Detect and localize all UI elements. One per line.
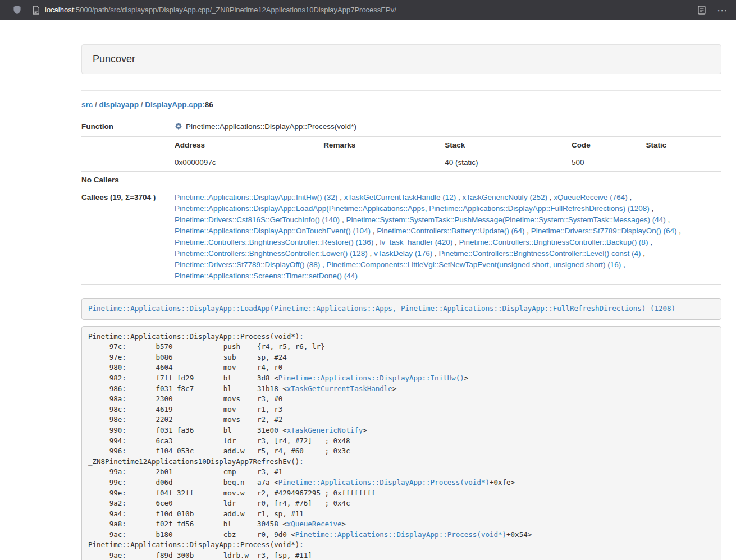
stats-row: Address Remarks Stack Code Static 0x0000… [81,137,721,172]
breadcrumb-separator: / [93,100,99,109]
callee-link[interactable]: Pinetime::Applications::DisplayApp::Load… [175,204,650,213]
disassembly-symbol-link[interactable]: Pinetime::Applications::DisplayApp::Init… [278,374,464,382]
disassembly-line: 9a4: f10d 010b add.w r1, sp, #11 [88,509,715,520]
callees-line: Pinetime::Applications::DisplayApp::Init… [175,192,717,203]
breadcrumb-line-number: 86 [205,100,213,109]
remarks-value [319,154,440,172]
col-header-static: Static [642,137,721,154]
symbol-table: Function Pinetime::Applications::Display… [81,118,721,285]
tracking-protection-shield-icon[interactable] [13,5,21,15]
col-header-code: Code [567,137,642,154]
page-info-icon[interactable] [33,6,40,15]
function-row: Function Pinetime::Applications::Display… [81,118,721,137]
divider [81,90,721,91]
disassembly-line: _ZN8Pinetime12Applications10DisplayApp7R… [88,457,715,467]
disassembly-line: 986: f031 f8c7 bl 31b18 <xTaskGetCurrent… [88,384,715,394]
callees-line: Pinetime::Drivers::Cst816S::GetTouchInfo… [175,214,717,226]
disassembly-symbol-link[interactable]: Pinetime::Applications::DisplayApp::Proc… [278,478,490,486]
callee-link[interactable]: Pinetime::Applications::Screens::Timer::… [175,272,358,280]
stats-table: Address Remarks Stack Code Static 0x0000… [170,137,721,171]
callees-list: Pinetime::Applications::DisplayApp::Init… [175,192,717,282]
disassembly-line: 98e: 2202 movs r2, #2 [88,415,715,425]
breadcrumb-link[interactable]: displayapp [99,100,139,109]
callees-line: Pinetime::Applications::Screens::Timer::… [175,270,717,282]
disassembly-line: Pinetime::Applications::DisplayApp::Proc… [88,332,715,342]
disassembly-line: 98a: 2300 movs r3, #0 [88,394,715,405]
disassembly-line: 9ae: f89d 300b ldrb.w r3, [sp, #11] [88,550,715,560]
callees-line: Pinetime::Applications::DisplayApp::Load… [175,203,717,214]
callee-link[interactable]: vTaskDelay (176) [374,249,432,258]
disassembly-symbol-link[interactable]: xTaskGenericNotify [287,426,363,434]
breadcrumb: src / displayapp / DisplayApp.cpp:86 [81,99,721,111]
callee-link[interactable]: Pinetime::Controllers::BrightnessControl… [438,249,641,258]
callees-label: Callees (19, Σ=3704 ) [81,189,170,285]
callee-link[interactable]: Pinetime::Applications::DisplayApp::OnTo… [175,227,371,235]
reader-mode-icon[interactable] [698,6,706,15]
callee-link[interactable]: Pinetime::Controllers::BrightnessControl… [175,249,368,258]
disassembly-line: 9a8: f02f fd56 bl 30458 <xQueueReceive> [88,519,715,530]
stats-row-label [81,137,170,172]
disassembly-line: 97c: b570 push {r4, r5, r6, lr} [88,342,715,352]
callee-link[interactable]: Pinetime::Controllers::BrightnessControl… [175,238,373,246]
disassembly-line: 994: 6ca3 ldr r3, [r4, #72] ; 0x48 [88,436,715,447]
static-value [642,154,721,172]
disassembly-line: 97e: b086 sub sp, #24 [88,352,715,363]
url-host: localhost [45,6,74,14]
app-header-panel: Puncover [81,44,721,74]
breadcrumb-link[interactable]: DisplayApp.cpp: [145,100,205,109]
disassembly-line: 98c: 4619 mov r1, r3 [88,405,715,415]
callee-link[interactable]: Pinetime::Components::LittleVgl::SetNewT… [327,260,621,269]
url-bar[interactable]: localhost:5000/path/src/displayapp/Displ… [45,6,396,14]
callee-link[interactable]: xTaskGenericNotify (252) [463,193,548,201]
callee-link[interactable]: xTaskGetCurrentTaskHandle (12) [344,193,456,201]
callee-link[interactable]: Pinetime::Drivers::Cst816S::GetTouchInfo… [175,215,340,224]
col-header-remarks: Remarks [319,137,440,154]
disassembly-line: 982: f7ff fd29 bl 3d8 <Pinetime::Applica… [88,373,715,384]
function-name: Pinetime::Applications::DisplayApp::Proc… [186,122,356,131]
callee-link[interactable]: lv_task_handler (420) [380,238,452,246]
address-value: 0x0000097c [170,154,319,172]
callee-link[interactable]: Pinetime::System::SystemTask::PushMessag… [346,215,665,224]
loadapp-symbol-link[interactable]: Pinetime::Applications::DisplayApp::Load… [88,304,675,313]
callees-line: Pinetime::Drivers::St7789::DisplayOff() … [175,259,717,270]
function-type-icon [175,122,182,134]
function-label: Function [81,118,170,137]
col-header-address: Address [170,137,319,154]
disassembly-line: 99a: 2b01 cmp r3, #1 [88,467,715,478]
callee-link[interactable]: Pinetime::Controllers::Battery::Update()… [377,227,524,235]
disassembly-line: 99c: d06d beq.n a7a <Pinetime::Applicati… [88,478,715,488]
breadcrumb-separator: / [139,100,145,109]
callees-line: Pinetime::Applications::DisplayApp::OnTo… [175,226,717,237]
disassembly-line: 99e: f04f 32ff mov.w r2, #4294967295 ; 0… [88,488,715,499]
app-title: Puncover [93,53,135,65]
disassembly-line: Pinetime::Applications::DisplayApp::Proc… [88,540,715,550]
disassembly-symbol-link[interactable]: xQueueReceive [287,520,342,528]
callees-line: Pinetime::Controllers::BrightnessControl… [175,237,717,248]
col-header-stack: Stack [440,137,567,154]
disassembly-line: 980: 4604 mov r4, r0 [88,362,715,373]
callees-line: Pinetime::Controllers::BrightnessControl… [175,248,717,259]
callee-link[interactable]: Pinetime::Drivers::St7789::DisplayOff() … [175,260,320,269]
code-value: 500 [567,154,642,172]
no-callers-label: No Callers [81,172,170,189]
disassembly-line: 996: f104 053c add.w r5, r4, #60 ; 0x3c [88,446,715,457]
callee-link[interactable]: Pinetime::Applications::DisplayApp::Init… [175,193,337,201]
browser-toolbar: localhost:5000/path/src/displayapp/Displ… [0,0,736,20]
callees-row: Callees (19, Σ=3704 ) Pinetime::Applicat… [81,189,721,285]
no-callers-row: No Callers [81,172,721,189]
snippet-box: Pinetime::Applications::DisplayApp::Load… [81,298,721,320]
callee-link[interactable]: Pinetime::Controllers::BrightnessControl… [459,238,648,246]
stack-value: 40 (static) [440,154,567,172]
disassembly-line: 9a2: 6ce0 ldr r0, [r4, #76] ; 0x4c [88,498,715,509]
disassembly-line: 990: f031 fa36 bl 31e00 <xTaskGenericNot… [88,425,715,436]
stats-header-row: Address Remarks Stack Code Static [170,137,721,154]
page-content: Puncover src / displayapp / DisplayApp.c… [81,20,721,560]
callee-link[interactable]: Pinetime::Drivers::St7789::DisplayOn() (… [531,227,677,235]
stats-value-row: 0x0000097c 40 (static) 500 [170,154,721,172]
callee-link[interactable]: xQueueReceive (764) [554,193,627,201]
breadcrumb-link[interactable]: src [81,100,93,109]
more-options-icon[interactable]: ⋯ [717,7,728,13]
disassembly: Pinetime::Applications::DisplayApp::Proc… [81,326,721,560]
disassembly-symbol-link[interactable]: xTaskGetCurrentTaskHandle [287,384,392,393]
disassembly-symbol-link[interactable]: Pinetime::Applications::DisplayApp::Proc… [295,530,506,539]
